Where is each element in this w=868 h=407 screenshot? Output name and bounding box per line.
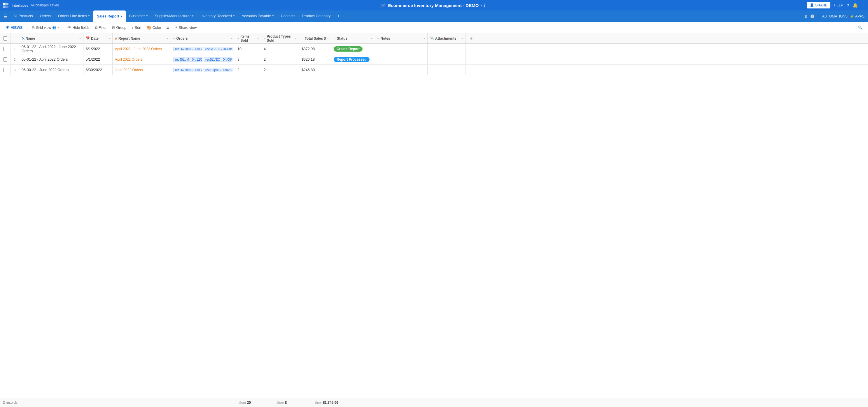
row-select-checkbox[interactable] xyxy=(3,68,7,72)
share-view-button[interactable]: ↗ Share view xyxy=(172,24,199,31)
group-button[interactable]: ⊟ Group xyxy=(110,24,129,31)
hide-fields-button[interactable]: 👁 Hide fields xyxy=(65,24,92,31)
order-tag-2[interactable]: recSLVEC - 04/08/2 xyxy=(204,46,232,51)
history-icon[interactable]: 🕐 xyxy=(810,14,815,19)
header-orders[interactable]: ≡ Orders ▾ xyxy=(171,33,235,43)
row-date-cell[interactable]: 5/1/2022 xyxy=(84,54,113,64)
tab-sales-report[interactable]: Sales Report ▾ xyxy=(93,10,125,22)
header-attachments[interactable]: 📎 Attachments ▾ xyxy=(428,33,465,43)
row-notes-cell[interactable] xyxy=(375,44,428,54)
header-status[interactable]: ○ Status ▾ xyxy=(331,33,375,43)
color-button[interactable]: 🎨 Color xyxy=(144,24,164,31)
row-product-types-cell[interactable]: 4 xyxy=(261,44,299,54)
tab-all-products[interactable]: All Products xyxy=(10,10,36,22)
svg-rect-1 xyxy=(6,3,8,5)
row-report-name-cell[interactable]: June 2022 Orders xyxy=(113,65,171,75)
row-name-cell[interactable]: 06-30-22 - June 2022 Orders xyxy=(19,65,84,75)
tab-customer[interactable]: Customer ▾ xyxy=(126,10,151,22)
row-status-cell[interactable]: Report Processed xyxy=(331,54,375,64)
grid-view-button[interactable]: ⊞ Grid view 👥 ▾ xyxy=(29,24,61,31)
row-orders-cell[interactable]: recJ8LuM - 04/12/22 - Suntech recSLVEC -… xyxy=(171,54,235,64)
header-name[interactable]: fx Name ▾ xyxy=(19,33,84,43)
header-total-sales[interactable]: ○ Total Sales $ ▾ xyxy=(299,33,331,43)
row-select-checkbox[interactable] xyxy=(3,57,7,62)
app-name[interactable]: Interfaces xyxy=(12,3,28,7)
row-total-sales-cell[interactable]: $626.18 xyxy=(299,54,331,64)
hamburger-menu[interactable]: ☰ xyxy=(1,10,10,22)
header-items-sold[interactable]: ≡ Items Sold ▾ xyxy=(235,33,261,43)
info-icon[interactable]: ℹ xyxy=(484,3,485,7)
sort-button[interactable]: ↕ Sort xyxy=(129,24,144,31)
help-button[interactable]: HELP xyxy=(834,3,843,7)
views-button[interactable]: 👁 VIEWS xyxy=(3,25,25,31)
order-tag-1[interactable]: recOwTKN - 06/03/22 - Henry Max xyxy=(173,46,203,51)
tab-add[interactable]: + xyxy=(334,10,343,22)
automations-label[interactable]: 👤AUTOMATIONS xyxy=(817,14,847,19)
question-icon[interactable]: ? xyxy=(847,3,849,8)
search-button[interactable]: 🔍 xyxy=(856,24,865,31)
order-tag-2[interactable]: recSLVEC - 04/08/22 - xyxy=(204,57,232,62)
row-attachments-cell[interactable] xyxy=(428,54,465,64)
row-notes-cell[interactable] xyxy=(375,65,428,75)
color-label: Color xyxy=(153,26,161,30)
svg-rect-0 xyxy=(3,3,5,5)
row-status-cell[interactable] xyxy=(331,65,375,75)
row-notes-cell[interactable] xyxy=(375,54,428,64)
row-product-types-text: 2 xyxy=(264,57,266,62)
row-total-sales-cell[interactable]: $246.80 xyxy=(299,65,331,75)
tab-inventory-received[interactable]: Inventory Received ▾ xyxy=(197,10,238,22)
status-badge[interactable]: Create Report xyxy=(334,46,363,52)
grid-dropdown-icon[interactable]: ▾ xyxy=(58,26,59,29)
tab-supplier[interactable]: Supplier/Manufacturer ▾ xyxy=(151,10,197,22)
tab-orders[interactable]: Orders xyxy=(36,10,55,22)
tab-dropdown-icon: ▾ xyxy=(146,14,148,18)
row-product-types-cell[interactable]: 2 xyxy=(261,54,299,64)
row-report-name-cell[interactable]: April 2022 Orders xyxy=(113,54,171,64)
add-column-button[interactable]: + xyxy=(465,33,477,43)
notification-icon[interactable]: 🔔 xyxy=(852,3,858,8)
row-items-sold-cell[interactable]: 2 xyxy=(235,65,261,75)
row-orders-cell[interactable]: recOwTKN - 06/03/22 - Henry Max recFOjVc… xyxy=(171,65,235,75)
select-all-checkbox[interactable] xyxy=(3,36,7,40)
row-status-cell[interactable]: Create Report xyxy=(331,44,375,54)
row-product-types-cell[interactable]: 2 xyxy=(261,65,299,75)
tab-accounts-payable[interactable]: Accounts Payable ▾ xyxy=(238,10,277,22)
tab-product-category[interactable]: Product Category xyxy=(299,10,334,22)
row-items-sold-cell[interactable]: 8 xyxy=(235,54,261,64)
tab-dropdown-icon[interactable]: ▾ xyxy=(120,14,122,19)
order-tag-2[interactable]: recFOjVc - 06/02/2 xyxy=(204,68,232,72)
sort-icon: ↕ xyxy=(131,25,133,30)
total-sales-col-icon: ○ xyxy=(302,37,304,40)
tab-orders-line-items[interactable]: Orders Line Items ▾ xyxy=(55,10,93,22)
order-tag-1[interactable]: recOwTKN - 06/03/22 - Henry Max xyxy=(173,68,203,72)
row-items-sold-cell[interactable]: 10 xyxy=(235,44,261,54)
apps-label[interactable]: ⚡APPS xyxy=(850,14,865,19)
header-date[interactable]: 📅 Date ▾ xyxy=(84,33,113,43)
row-report-name-cell[interactable]: April 2022 - June 2022 Orders xyxy=(113,44,171,54)
row-name-cell[interactable]: 06-01-22 - April 2022 - June 2022 Orders xyxy=(19,44,84,54)
filter-button[interactable]: ⧉ Filter xyxy=(92,24,109,31)
dropdown-icon[interactable]: ▾ xyxy=(480,3,482,7)
row-height-button[interactable]: ≡ xyxy=(164,24,172,31)
row-report-name-text: June 2022 Orders xyxy=(115,68,143,72)
row-attachments-cell[interactable] xyxy=(428,44,465,54)
hide-icon: 👁 xyxy=(67,25,71,30)
row-orders-cell[interactable]: recOwTKN - 06/03/22 - Henry Max recSLVEC… xyxy=(171,44,235,54)
status-badge[interactable]: Report Processed xyxy=(334,57,370,62)
row-total-sales-cell[interactable]: $872.98 xyxy=(299,44,331,54)
header-notes[interactable]: ≡ Notes ▾ xyxy=(375,33,428,43)
row-date-cell[interactable]: 6/1/2022 xyxy=(84,44,113,54)
trash-icon[interactable]: 🗑 xyxy=(804,14,808,19)
row-select-checkbox[interactable] xyxy=(3,47,7,51)
order-tag-1[interactable]: recJ8LuM - 04/12/22 - Suntech xyxy=(173,57,203,62)
row-attachments-cell[interactable] xyxy=(428,65,465,75)
row-name-cell[interactable]: 05-01-22 - April 2022 Orders xyxy=(19,54,84,64)
add-row-button[interactable]: + xyxy=(0,75,868,83)
row-date-cell[interactable]: 6/30/2022 xyxy=(84,65,113,75)
user-avatar[interactable]: 👤 xyxy=(862,3,866,7)
header-report-name[interactable]: A Report Name ▾ xyxy=(113,33,171,43)
views-label: VIEWS xyxy=(11,26,23,30)
share-button[interactable]: 👤 SHARE xyxy=(807,2,830,8)
header-product-types[interactable]: ≡ Product Types Sold ▾ xyxy=(261,33,299,43)
tab-contacts[interactable]: Contacts xyxy=(277,10,299,22)
